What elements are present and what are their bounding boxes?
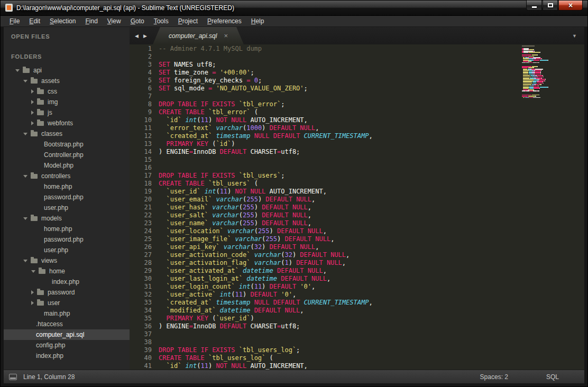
disclosure-icon[interactable] <box>23 217 27 220</box>
tree-item-api[interactable]: api <box>4 65 130 76</box>
tree-item-bootstrap-php[interactable]: Bootstrap.php <box>4 139 130 150</box>
code-line[interactable]: CREATE TABLE `tbl_users` ( <box>159 180 584 188</box>
disclosure-icon[interactable] <box>23 175 27 178</box>
tree-item-controller-php[interactable]: Controller.php <box>4 150 130 160</box>
code-line[interactable]: PRIMARY KEY (`user_id`) <box>159 315 584 322</box>
code-line[interactable]: `created_at` timestamp NULL DEFAULT CURR… <box>159 299 584 307</box>
close-button[interactable]: × <box>558 1 583 11</box>
code-line[interactable]: `id` int(11) NOT NULL AUTO_INCREMENT, <box>159 362 584 370</box>
tab-computer-api-sql[interactable]: computer_api.sql × <box>153 27 244 44</box>
minimize-button[interactable] <box>526 1 542 11</box>
code-line[interactable]: `user_activation_code` varchar(32) DEFAU… <box>159 251 584 259</box>
code-line[interactable]: DROP TABLE IF EXISTS `tbl_users_log`; <box>159 346 584 354</box>
code-line[interactable]: `user_location` varchar(255) DEFAULT NUL… <box>159 227 584 235</box>
code-line[interactable] <box>159 330 584 338</box>
code-line[interactable]: `user_hash` varchar(255) DEFAULT NULL, <box>159 204 584 211</box>
code-line[interactable]: `user_email` varchar(255) DEFAULT NULL, <box>159 196 584 204</box>
code-line[interactable]: `user_api_key` varchar(32) DEFAULT NULL, <box>159 243 584 251</box>
tree-item-password-php[interactable]: password.php <box>4 192 130 202</box>
tree-item-password[interactable]: password <box>4 287 130 298</box>
tree-item-home-php[interactable]: home.php <box>4 181 130 192</box>
disclosure-icon[interactable] <box>23 133 27 135</box>
tree-item-user-php[interactable]: user.php <box>4 245 130 255</box>
disclosure-icon[interactable] <box>15 69 20 72</box>
tree-item-password-php[interactable]: password.php <box>4 234 130 245</box>
menu-project[interactable]: Project <box>173 16 203 26</box>
tree-item-webfonts[interactable]: webfonts <box>4 118 130 128</box>
prev-tab-icon[interactable]: ◀ <box>135 33 139 39</box>
code-line[interactable]: `user_salt` varchar(255) DEFAULT NULL, <box>159 211 584 219</box>
code-line[interactable]: CREATE TABLE `tbl_error` ( <box>159 108 584 116</box>
tab-close-icon[interactable]: × <box>224 33 228 39</box>
code-line[interactable] <box>159 53 584 61</box>
tree-item-img[interactable]: img <box>4 97 130 107</box>
tree-item-index-php[interactable]: index.php <box>4 351 130 361</box>
code-line[interactable]: CREATE TABLE `tbl_users_log` ( <box>159 354 584 362</box>
code-line[interactable]: `user_name` varchar(255) DEFAULT NULL, <box>159 219 584 227</box>
code-line[interactable] <box>159 338 584 346</box>
tree-item-computer-api-sql[interactable]: computer_api.sql <box>4 329 130 340</box>
minimap[interactable] <box>522 45 584 370</box>
tree-item-index-php[interactable]: index.php <box>4 277 130 287</box>
tree-item-user-php[interactable]: user.php <box>4 202 130 213</box>
code-line[interactable]: `error_text` varchar(1000) DEFAULT NULL, <box>159 124 584 132</box>
menu-file[interactable]: File <box>5 16 24 26</box>
menu-help[interactable]: Help <box>246 16 269 26</box>
disclosure-icon[interactable] <box>31 121 34 125</box>
tree-item-home-php[interactable]: home.php <box>4 224 130 234</box>
indent-setting[interactable]: Spaces: 2 <box>480 373 508 381</box>
code-line[interactable]: SET sql_mode = 'NO_AUTO_VALUE_ON_ZERO'; <box>159 85 584 93</box>
disclosure-icon[interactable] <box>31 270 35 273</box>
disclosure-icon[interactable] <box>31 89 34 94</box>
code-line[interactable]: ) ENGINE=InnoDB DEFAULT CHARSET=utf8; <box>159 148 584 156</box>
menu-find[interactable]: Find <box>80 16 102 26</box>
code-line[interactable]: `user_activated_at` datetime DEFAULT NUL… <box>159 267 584 275</box>
code-line[interactable]: DROP TABLE IF EXISTS `tbl_users`; <box>159 172 584 180</box>
code-line[interactable]: `id` int(11) NOT NULL AUTO_INCREMENT, <box>159 116 584 124</box>
menu-edit[interactable]: Edit <box>24 16 45 26</box>
tree-item-config-php[interactable]: config.php <box>4 340 130 351</box>
tree-item-controllers[interactable]: controllers <box>4 171 130 181</box>
code-line[interactable]: `user_image_file` varchar(255) DEFAULT N… <box>159 235 584 243</box>
code-area[interactable]: 1234567891011121314151617181920212223242… <box>130 44 584 370</box>
menu-preferences[interactable]: Preferences <box>203 16 246 26</box>
code-line[interactable]: SET foreign_key_checks = 0; <box>159 77 584 85</box>
disclosure-icon[interactable] <box>31 100 34 104</box>
code-line[interactable]: `user_login_count` int(11) DEFAULT '0', <box>159 283 584 291</box>
tab-overflow-icon[interactable]: ▼ <box>572 27 577 44</box>
code-line[interactable]: SET NAMES utf8; <box>159 61 584 69</box>
disclosure-icon[interactable] <box>23 80 27 82</box>
tree-item-views[interactable]: views <box>4 255 130 266</box>
tree-item-models[interactable]: models <box>4 213 130 224</box>
title-bar[interactable]: D:\laragon\www\api\computer_api.sql (api… <box>1 1 587 16</box>
code-line[interactable] <box>159 156 584 164</box>
menu-selection[interactable]: Selection <box>45 16 80 26</box>
tree-item-main-php[interactable]: main.php <box>4 308 130 319</box>
disclosure-icon[interactable] <box>31 301 34 305</box>
code-line[interactable]: `user_last_login_at` datetime DEFAULT NU… <box>159 275 584 283</box>
tree-item-assets[interactable]: assets <box>4 76 130 86</box>
disclosure-icon[interactable] <box>23 260 27 262</box>
code-line[interactable]: SET time_zone = '+00:00'; <box>159 69 584 77</box>
tree-item-model-php[interactable]: Model.php <box>4 160 130 171</box>
code-text[interactable]: -- Adminer 4.7.1 MySQL dumpSET NAMES utf… <box>159 44 584 370</box>
menu-goto[interactable]: Goto <box>126 16 149 26</box>
code-line[interactable]: `user_id` int(11) NOT NULL AUTO_INCREMEN… <box>159 188 584 196</box>
tree-item--htaccess[interactable]: .htaccess <box>4 319 130 329</box>
code-line[interactable] <box>159 93 584 100</box>
disclosure-icon[interactable] <box>31 110 34 115</box>
maximize-button[interactable] <box>543 1 558 11</box>
code-line[interactable]: `modified_at` datetime DEFAULT NULL, <box>159 307 584 315</box>
code-line[interactable]: `user_activation_flag` varchar(1) DEFAUL… <box>159 259 584 267</box>
menu-view[interactable]: View <box>103 16 126 26</box>
tree-item-home[interactable]: home <box>4 266 130 277</box>
code-line[interactable]: -- Adminer 4.7.1 MySQL dump <box>159 45 584 53</box>
code-line[interactable]: DROP TABLE IF EXISTS `tbl_error`; <box>159 100 584 108</box>
code-line[interactable] <box>159 164 584 172</box>
syntax-selector[interactable]: SQL <box>546 373 559 381</box>
next-tab-icon[interactable]: ▶ <box>143 33 147 39</box>
tree-item-js[interactable]: js <box>4 107 130 118</box>
tree-item-css[interactable]: css <box>4 86 130 97</box>
code-line[interactable]: `created_at` timestamp NULL DEFAULT CURR… <box>159 132 584 140</box>
code-line[interactable]: `user_active` int(11) DEFAULT '0', <box>159 291 584 299</box>
